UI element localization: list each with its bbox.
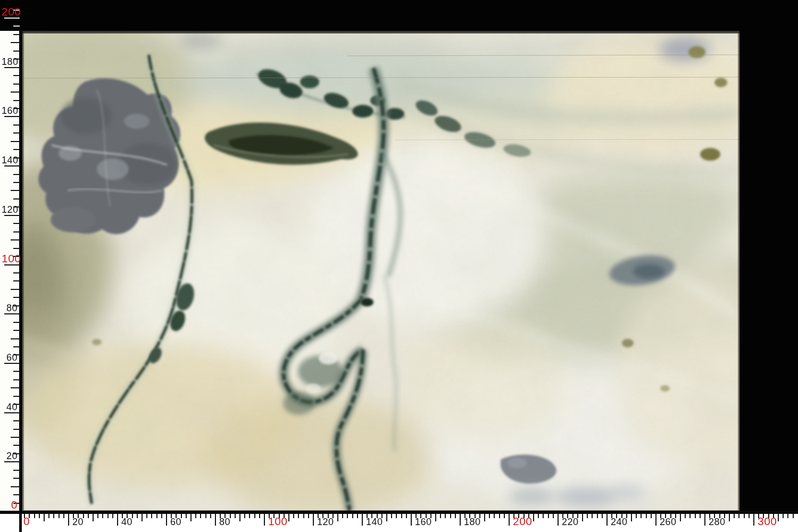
left-ruler-tick [13,445,20,446]
left-ruler-tick [11,190,20,191]
left-ruler-tick [13,280,20,281]
left-ruler-tick [11,437,20,438]
bottom-ruler-tick [744,514,745,518]
left-ruler-tick [13,124,20,126]
bottom-ruler-tick [161,514,162,518]
left-ruler-tick [4,511,20,512]
left-ruler-tick [13,272,20,273]
bottom-ruler-tick [186,514,187,518]
bottom-ruler-tick [93,514,94,521]
bottom-ruler-tick [303,514,304,518]
left-ruler-label: 80 [2,303,18,313]
bottom-ruler-tick [166,514,167,526]
bottom-ruler-tick [264,514,265,526]
bottom-ruler-tick [494,514,495,518]
bottom-ruler-tick [308,514,309,518]
left-ruler-tick [13,297,20,298]
left-ruler-tick [13,51,20,52]
bottom-ruler-label: 220 [562,517,579,527]
left-ruler-tick [13,494,20,495]
slab-top-edge [22,31,739,34]
bottom-ruler-tick [793,514,794,518]
left-ruler-label: 140 [2,155,18,165]
bottom-ruler-tick [195,514,196,518]
bottom-ruler-tick [406,514,407,518]
bottom-ruler-tick [783,514,784,518]
bottom-ruler-tick [553,514,554,518]
bottom-ruler-tick [587,514,588,518]
left-ruler-tick [4,165,20,167]
bottom-ruler-tick [445,514,446,518]
bottom-ruler-tick [244,514,245,518]
bottom-ruler-tick [411,514,412,526]
bottom-ruler-tick [59,514,60,518]
bottom-ruler-label: 20 [72,517,84,527]
bottom-ruler-tick [215,514,216,526]
left-ruler-tick [13,182,20,183]
left-ruler-tick [4,363,20,364]
bottom-ruler-tick [489,514,490,518]
left-ruler-tick [4,67,20,68]
left-ruler-tick [13,198,20,200]
bottom-ruler-tick [538,514,539,518]
bottom-ruler-tick [753,514,754,526]
bottom-ruler-tick [450,514,451,518]
bottom-ruler-tick [689,514,691,518]
bottom-ruler-tick [631,514,632,521]
bottom-ruler-tick [151,514,152,518]
bottom-ruler-label: 200 [513,516,533,527]
bottom-ruler-tick [88,514,89,518]
bottom-ruler-tick [357,514,358,518]
bottom-ruler-tick [440,514,441,518]
bottom-ruler-tick [704,514,705,526]
bottom-ruler-tick [68,514,69,526]
left-ruler-tick [13,379,20,380]
bottom-ruler-tick [342,514,343,518]
bottom-ruler-tick [44,514,45,521]
bottom-ruler-tick [210,514,211,518]
bottom-ruler-label: 100 [268,516,288,527]
left-ruler-tick [4,18,20,19]
bottom-ruler-tick [651,514,652,518]
bottom-ruler-tick [543,514,544,518]
bottom-ruler-tick [504,514,505,518]
bottom-ruler-label: 260 [660,517,677,527]
bottom-ruler-tick [254,514,255,518]
bottom-ruler-tick [655,514,656,526]
bottom-ruler-tick [582,514,583,521]
bottom-ruler-tick [391,514,392,518]
bottom-ruler-tick [592,514,593,518]
bottom-ruler-tick [597,514,598,518]
bottom-ruler-tick [778,514,779,521]
bottom-ruler-tick [53,514,54,518]
bottom-ruler-tick [362,514,363,526]
left-ruler-tick [13,322,20,323]
left-ruler-tick [11,338,20,339]
left-ruler-tick [13,26,20,27]
left-ruler-tick [4,461,20,462]
bottom-ruler-tick [205,514,206,518]
left-ruler-tick [13,470,20,471]
left-ruler-tick [11,42,20,43]
bottom-ruler-label: 240 [611,517,628,527]
bottom-ruler-tick [401,514,402,518]
bottom-ruler-tick [685,514,686,518]
bottom-ruler-tick [636,514,637,518]
left-ruler-tick [13,223,20,224]
bottom-ruler-tick [352,514,353,518]
bottom-ruler-label: 120 [317,517,334,527]
bottom-ruler-label: 140 [366,517,383,527]
left-ruler-tick [13,478,20,479]
bottom-ruler-tick [435,514,436,521]
bottom-ruler-tick [734,514,735,518]
left-ruler-tick [13,149,20,150]
bottom-ruler-label: 280 [709,517,726,527]
bottom-ruler-label: 160 [415,517,432,527]
bottom-ruler-tick [313,514,314,526]
left-ruler-tick [11,141,20,142]
bottom-ruler-tick [19,514,20,526]
left-ruler-tick [4,313,20,314]
left-ruler-label: 0 [2,499,18,511]
bottom-ruler-label: 300 [758,516,777,527]
bottom-ruler-tick [558,514,559,526]
